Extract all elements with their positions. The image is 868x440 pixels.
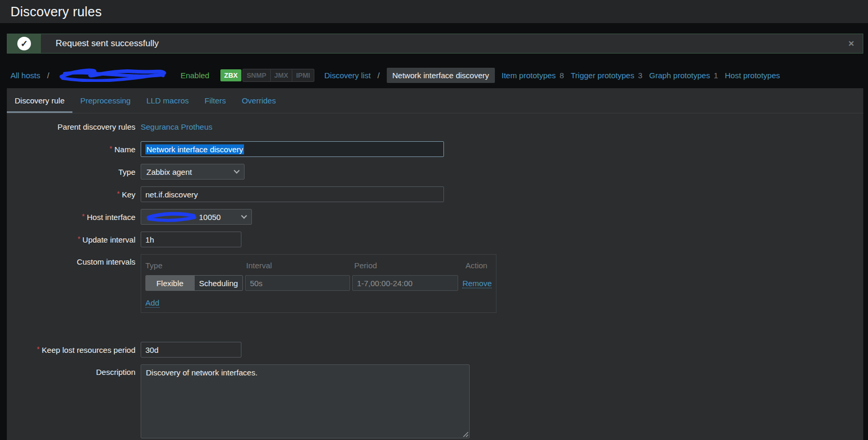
tab-filters[interactable]: Filters xyxy=(197,88,234,113)
scheduling-button[interactable]: Scheduling xyxy=(194,276,243,290)
name-label: Name xyxy=(7,141,135,157)
host-interface-row: Host interface 10050 xyxy=(7,209,863,225)
key-row: Key net.if.discovery xyxy=(7,186,863,202)
success-message-text: Request sent successfully xyxy=(41,34,840,53)
custom-intervals-table: Type Interval Period Action Flexible Sch… xyxy=(141,254,496,313)
remove-link[interactable]: Remove xyxy=(462,279,492,288)
snmp-badge: SNMP xyxy=(243,69,271,81)
update-interval-label: Update interval xyxy=(7,232,135,247)
type-select[interactable]: Zabbix agent xyxy=(141,164,245,180)
resize-handle-icon[interactable] xyxy=(462,431,469,437)
tab-overrides[interactable]: Overrides xyxy=(234,88,284,113)
trigger-prototypes-count: 3 xyxy=(638,71,642,80)
spacer xyxy=(7,320,863,342)
key-label: Key xyxy=(7,186,135,202)
required-asterisk xyxy=(117,190,120,199)
name-input[interactable]: Network interface discovery xyxy=(141,141,444,157)
description-row: Description Discovery of network interfa… xyxy=(7,364,863,438)
keep-lost-label: Keep lost resources period xyxy=(7,342,135,358)
trigger-prototypes-link[interactable]: Trigger prototypes xyxy=(570,71,634,80)
graph-prototypes-count: 1 xyxy=(714,71,718,80)
chevron-down-icon xyxy=(241,213,247,218)
period-input[interactable]: 1-7,00:00-24:00 xyxy=(352,275,458,291)
tab-discovery-rule[interactable]: Discovery rule xyxy=(7,88,72,113)
flexible-button[interactable]: Flexible xyxy=(146,276,194,290)
custom-intervals-header: Type Interval Period Action xyxy=(145,261,492,270)
required-asterisk xyxy=(110,145,112,154)
nav-trigger-prototypes: Trigger prototypes 3 xyxy=(570,71,642,80)
description-textarea[interactable]: Discovery of network interfaces. xyxy=(141,364,470,438)
required-asterisk xyxy=(37,345,39,354)
tab-bar: Discovery rule Preprocessing LLD macros … xyxy=(7,88,863,113)
breadcrumb-all-hosts[interactable]: All hosts xyxy=(10,71,40,80)
breadcrumb-separator: / xyxy=(377,71,379,80)
item-prototypes-count: 8 xyxy=(559,71,564,80)
close-icon[interactable]: × xyxy=(840,34,863,53)
parent-rule-link[interactable]: Seguranca Protheus xyxy=(141,122,213,131)
description-label: Description xyxy=(7,364,135,380)
discovery-rule-form: Parent discovery rules Seguranca Protheu… xyxy=(7,113,863,438)
type-label: Type xyxy=(7,164,135,180)
check-icon: ✓ xyxy=(17,37,31,50)
item-prototypes-link[interactable]: Item prototypes xyxy=(502,71,556,80)
breadcrumb-separator: / xyxy=(47,71,49,80)
nav-host-prototypes: Host prototypes xyxy=(725,71,780,80)
update-interval-input[interactable]: 1h xyxy=(141,232,241,247)
host-interface-redaction xyxy=(146,212,197,222)
interface-availability-badges: ZBX SNMP JMX IPMI xyxy=(220,69,314,82)
jmx-badge: JMX xyxy=(271,69,293,81)
parent-rules-row: Parent discovery rules Seguranca Protheu… xyxy=(7,119,863,134)
page-title-bar: Discovery rules xyxy=(0,0,868,23)
type-row: Type Zabbix agent xyxy=(7,164,863,180)
parent-rules-label: Parent discovery rules xyxy=(7,119,135,134)
tab-lld-macros[interactable]: LLD macros xyxy=(139,88,197,113)
graph-prototypes-link[interactable]: Graph prototypes xyxy=(649,71,710,80)
breadcrumb: All hosts / Enabled ZBX SNMP JMX IPMI Di… xyxy=(7,67,863,83)
breadcrumb-current: Network interface discovery xyxy=(387,68,495,83)
chevron-down-icon xyxy=(234,167,239,173)
interval-input[interactable]: 50s xyxy=(245,275,350,291)
required-asterisk xyxy=(82,213,84,222)
update-interval-row: Update interval 1h xyxy=(7,232,863,247)
host-interface-label: Host interface xyxy=(7,209,135,225)
page-title: Discovery rules xyxy=(10,4,102,19)
add-link[interactable]: Add xyxy=(145,298,160,308)
required-asterisk xyxy=(78,235,80,244)
breadcrumb-discovery-list[interactable]: Discovery list xyxy=(324,71,371,80)
selected-text: Network interface discovery xyxy=(145,144,244,154)
custom-intervals-row: Custom intervals Type Interval Period Ac… xyxy=(7,254,863,313)
zbx-badge: ZBX xyxy=(220,69,241,81)
keep-lost-input[interactable]: 30d xyxy=(141,342,241,358)
discovery-rule-panel: Discovery rule Preprocessing LLD macros … xyxy=(7,88,863,440)
host-name-redaction xyxy=(58,68,168,82)
name-row: Name Network interface discovery xyxy=(7,141,863,157)
custom-intervals-label: Custom intervals xyxy=(7,254,135,270)
muted-interface-badges: SNMP JMX IPMI xyxy=(242,69,314,82)
success-icon-box: ✓ xyxy=(7,34,41,53)
nav-graph-prototypes: Graph prototypes 1 xyxy=(649,71,718,80)
success-message-bar: ✓ Request sent successfully × xyxy=(7,34,863,54)
tab-preprocessing[interactable]: Preprocessing xyxy=(72,88,139,113)
keep-lost-row: Keep lost resources period 30d xyxy=(7,342,863,358)
host-status[interactable]: Enabled xyxy=(181,71,209,80)
custom-interval-row: Flexible Scheduling 50s xyxy=(145,275,492,291)
interval-type-toggle: Flexible Scheduling xyxy=(145,275,243,291)
key-input[interactable]: net.if.discovery xyxy=(141,186,444,202)
host-prototypes-link[interactable]: Host prototypes xyxy=(725,71,780,80)
ipmi-badge: IPMI xyxy=(292,69,314,81)
host-interface-select[interactable]: 10050 xyxy=(141,209,252,225)
nav-item-prototypes: Item prototypes 8 xyxy=(502,71,564,80)
